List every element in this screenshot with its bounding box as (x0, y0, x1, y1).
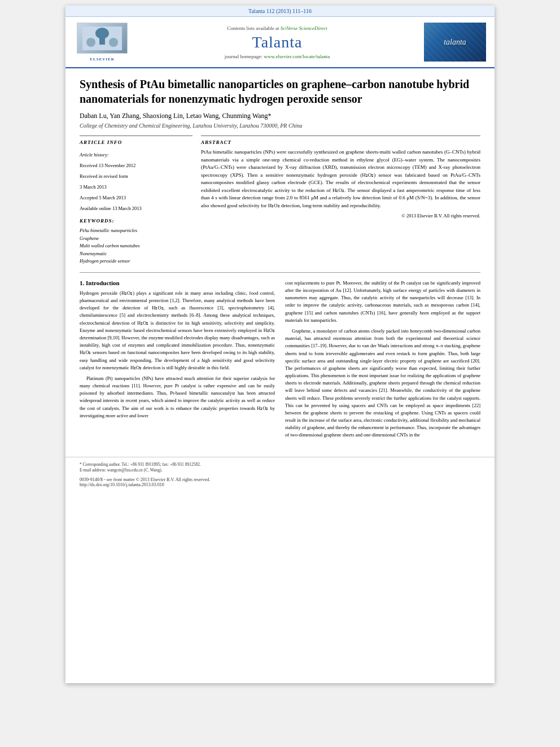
svg-point-3 (86, 38, 95, 47)
article-page: Talanta 112 (2013) 111–116 ELSEVIER (65, 6, 495, 683)
svg-rect-2 (99, 37, 105, 45)
issn-line: 0039-9140/$ - see front matter © 2013 El… (80, 477, 480, 482)
keywords-heading: Keywords: (80, 218, 193, 224)
history-label: Article history: (80, 148, 193, 159)
elsevier-logo-graphic (77, 23, 128, 54)
intro-para-4: Graphene, a monolayer of carbon atoms cl… (285, 327, 480, 439)
intro-text-right: cost replacements to pure Pt. Moreover, … (285, 279, 480, 439)
intro-para-1: Hydrogen peroxide (H₂O₂) plays a signifi… (80, 290, 275, 372)
intro-para-3: cost replacements to pure Pt. Moreover, … (285, 279, 480, 324)
footnote-email: E-mail address: wangcm@lzu.edu.cn (C. Wa… (80, 468, 480, 474)
article-content: Synthesis of PtAu bimetallic nanoparticl… (65, 68, 495, 451)
journal-bar: Talanta 112 (2013) 111–116 (65, 6, 495, 17)
article-info-box: Article Info Article history: Received 1… (80, 136, 193, 265)
article-info-heading: Article Info (80, 139, 193, 145)
article-title: Synthesis of PtAu bimetallic nanoparticl… (80, 77, 480, 106)
section-divider (80, 272, 480, 273)
intro-text-left: Hydrogen peroxide (H₂O₂) plays a signifi… (80, 290, 275, 420)
page-footer: * Corresponding author. Tel.: +86 931 89… (65, 457, 495, 492)
svg-point-4 (109, 38, 118, 47)
journal-cover-image: talanta (424, 23, 486, 62)
journal-title: Talanta (252, 33, 303, 51)
doi-line: http://dx.doi.org/10.1016/j.talanta.2013… (80, 482, 480, 487)
keyword-1: PtAu bimetallic nanoparticles (80, 227, 193, 235)
footnote-email-text: E-mail address: wangcm@lzu.edu.cn (C. Wa… (80, 468, 163, 473)
body-columns: 1. Introduction Hydrogen peroxide (H₂O₂)… (80, 279, 480, 443)
accepted-row: Accepted 5 March 2013 (80, 191, 193, 202)
contents-line: Contents lists available at SciVerse Sci… (227, 25, 327, 31)
revised-label-row: Received in revised form (80, 170, 193, 180)
footnote-star: * Corresponding author. Tel.: +86 931 89… (80, 462, 480, 468)
keyword-5: Hydrogen peroxide sensor (80, 257, 193, 265)
abstract-text: PtAu bimetallic nanoparticles (NPs) were… (201, 148, 480, 209)
intro-heading: 1. Introduction (80, 279, 275, 286)
homepage-link[interactable]: www.elsevier.com/locate/talanta (264, 54, 330, 59)
online-row: Available online 13 March 2013 (80, 202, 193, 212)
received-row: Received 13 November 2012 (80, 159, 193, 169)
body-col-right: cost replacements to pure Pt. Moreover, … (285, 279, 480, 443)
journal-homepage: journal homepage: www.elsevier.com/locat… (225, 54, 330, 59)
journal-header: ELSEVIER Contents lists available at Sci… (65, 17, 495, 68)
copyright: © 2013 Elsevier B.V. All rights reserved… (201, 213, 480, 219)
intro-para-2: Platinum (Pt) nanoparticles (NPs) have a… (80, 375, 275, 420)
body-col-left: 1. Introduction Hydrogen peroxide (H₂O₂)… (80, 279, 275, 443)
article-info-abstract: Article Info Article history: Received 1… (80, 136, 480, 265)
journal-citation: Talanta 112 (2013) 111–116 (248, 8, 312, 14)
affiliation: College of Chemistry and Chemical Engine… (80, 123, 480, 129)
abstract-heading: Abstract (201, 139, 480, 145)
abstract-col: Abstract PtAu bimetallic nanoparticles (… (201, 136, 480, 265)
footnote-star-text: * Corresponding author. Tel.: +86 931 89… (80, 462, 201, 467)
talanta-brand: talanta (444, 38, 466, 47)
authors: Daban Lu, Yan Zhang, Shaoxiong Lin, Leta… (80, 112, 480, 120)
keyword-2: Graphene (80, 235, 193, 243)
elsevier-logo-area: ELSEVIER (74, 23, 130, 62)
revised-date-row: 3 March 2013 (80, 181, 193, 191)
abstract-section: Abstract PtAu bimetallic nanoparticles (… (201, 136, 480, 219)
article-info-col: Article Info Article history: Received 1… (80, 136, 193, 265)
elsevier-text: ELSEVIER (90, 57, 114, 62)
keyword-4: Nonenzymatic (80, 250, 193, 258)
journal-title-area: Contents lists available at SciVerse Sci… (136, 23, 418, 62)
footer-bottom: 0039-9140/$ - see front matter © 2013 El… (80, 477, 480, 487)
keywords-section: Keywords: PtAu bimetallic nanoparticles … (80, 218, 193, 265)
sciverse-link[interactable]: SciVerse ScienceDirect (281, 25, 327, 31)
keyword-3: Multi walled carbon nanotubes (80, 242, 193, 250)
